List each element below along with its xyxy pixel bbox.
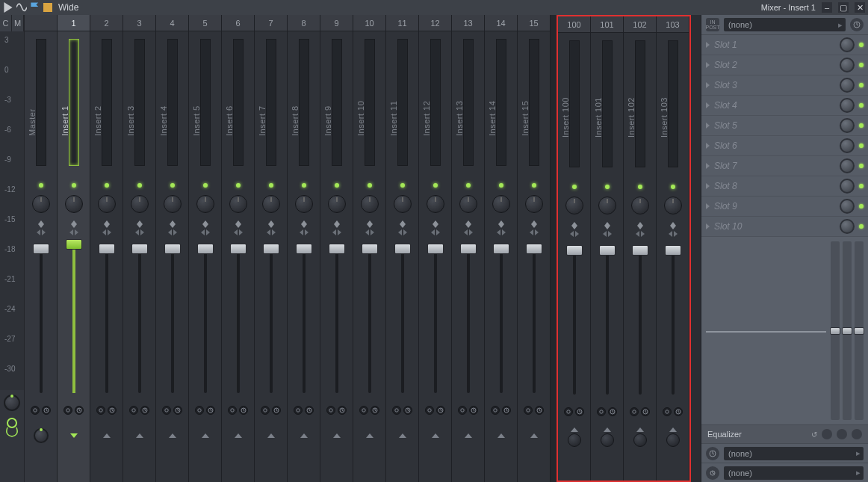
stereo-separation-control[interactable] bbox=[189, 217, 221, 239]
send-level-knob[interactable] bbox=[633, 433, 647, 447]
fx-enable-button[interactable] bbox=[524, 406, 533, 415]
track-name-label[interactable]: Insert 9 bbox=[323, 105, 332, 136]
fx-enable-led[interactable] bbox=[859, 43, 864, 47]
volume-fader[interactable] bbox=[99, 244, 115, 254]
eq-knob-1[interactable] bbox=[822, 429, 832, 439]
mute-led[interactable] bbox=[72, 183, 76, 188]
track-name-label[interactable]: Insert 14 bbox=[488, 101, 497, 136]
stereo-separation-control[interactable] bbox=[25, 217, 57, 239]
fx-enable-button[interactable] bbox=[129, 406, 138, 415]
stereo-separation-control[interactable] bbox=[156, 217, 188, 239]
send-knob[interactable] bbox=[34, 428, 49, 443]
master-track-header[interactable]: M bbox=[12, 15, 24, 31]
fx-enable-button[interactable] bbox=[392, 406, 401, 415]
track-number[interactable]: 10 bbox=[353, 15, 385, 31]
stereo-separation-control[interactable] bbox=[386, 217, 418, 239]
mixer-track[interactable]: 13 Insert 13 bbox=[452, 15, 485, 482]
pan-knob[interactable] bbox=[295, 195, 313, 213]
mute-led[interactable] bbox=[400, 183, 405, 188]
mute-led[interactable] bbox=[39, 183, 43, 188]
stereo-separation-control[interactable] bbox=[90, 217, 123, 239]
volume-fader[interactable] bbox=[665, 245, 681, 256]
track-delay-button[interactable] bbox=[502, 406, 511, 415]
track-delay-button[interactable] bbox=[575, 407, 584, 416]
mixer-track[interactable]: 14 Insert 14 bbox=[485, 15, 518, 482]
fx-enable-button[interactable] bbox=[630, 407, 639, 416]
mixer-track[interactable]: 1 Insert 1 bbox=[58, 15, 90, 482]
pan-knob[interactable] bbox=[598, 197, 616, 214]
volume-fader[interactable] bbox=[263, 244, 279, 254]
fx-slot-row[interactable]: Slot 4 bbox=[701, 96, 868, 116]
fx-enable-led[interactable] bbox=[859, 63, 864, 67]
fx-slot-label[interactable]: Slot 2 bbox=[714, 60, 835, 70]
volume-fader[interactable] bbox=[566, 245, 583, 256]
mute-led[interactable] bbox=[335, 183, 339, 188]
fx-slot-row[interactable]: Slot 5 bbox=[701, 116, 868, 136]
fx-slot-label[interactable]: Slot 3 bbox=[714, 80, 835, 90]
stereo-separation-control[interactable] bbox=[518, 217, 550, 239]
volume-fader[interactable] bbox=[632, 245, 648, 256]
track-delay-button[interactable] bbox=[108, 406, 117, 415]
input-routing-dropdown[interactable]: (none)▸ bbox=[724, 18, 846, 31]
stereo-separation-control[interactable] bbox=[558, 218, 590, 241]
fx-enable-button[interactable] bbox=[491, 406, 500, 415]
volume-fader[interactable] bbox=[230, 244, 247, 254]
track-name-label[interactable]: Insert 6 bbox=[225, 105, 234, 136]
track-number[interactable]: 7 bbox=[255, 15, 287, 31]
fx-mix-knob[interactable] bbox=[840, 78, 855, 93]
track-delay-button[interactable] bbox=[239, 406, 248, 415]
mixer-track[interactable]: 7 Insert 7 bbox=[255, 15, 288, 482]
mixer-track[interactable]: 102 Insert 102 bbox=[624, 16, 657, 481]
fx-slot-row[interactable]: Slot 9 bbox=[701, 197, 868, 217]
track-name-label[interactable]: Insert 1 bbox=[61, 105, 69, 136]
flag-icon[interactable] bbox=[30, 2, 40, 13]
mixer-track[interactable]: 12 Insert 12 bbox=[419, 15, 452, 482]
stereo-separation-control[interactable] bbox=[624, 218, 656, 241]
track-delay-button[interactable] bbox=[608, 407, 617, 416]
track-delay-button[interactable] bbox=[338, 406, 347, 415]
volume-fader[interactable] bbox=[296, 244, 312, 254]
mixer-track[interactable]: 15 Insert 15 bbox=[518, 15, 551, 482]
volume-fader[interactable] bbox=[164, 244, 181, 254]
track-delay-button[interactable] bbox=[305, 406, 314, 415]
mute-led[interactable] bbox=[137, 183, 142, 188]
track-delay-button[interactable] bbox=[173, 406, 182, 415]
mute-led[interactable] bbox=[466, 183, 471, 188]
track-name-label[interactable]: Insert 2 bbox=[93, 105, 102, 136]
mute-led[interactable] bbox=[368, 183, 372, 188]
track-number[interactable]: 103 bbox=[657, 16, 689, 33]
fx-mix-knob[interactable] bbox=[840, 37, 855, 52]
mute-led[interactable] bbox=[638, 185, 642, 189]
fx-mix-knob[interactable] bbox=[840, 158, 855, 173]
pan-knob[interactable] bbox=[565, 197, 583, 214]
output-send-icon[interactable] bbox=[706, 466, 719, 480]
track-number[interactable]: 15 bbox=[518, 15, 550, 31]
fx-slot-label[interactable]: Slot 4 bbox=[714, 100, 835, 111]
fx-slot-label[interactable]: Slot 5 bbox=[714, 120, 835, 131]
track-delay-button[interactable] bbox=[42, 406, 51, 415]
track-name-label[interactable]: Insert 12 bbox=[422, 101, 431, 136]
fx-mix-knob[interactable] bbox=[840, 118, 855, 133]
track-number[interactable]: 1 bbox=[58, 15, 90, 31]
volume-fader[interactable] bbox=[131, 244, 148, 254]
track-name-label[interactable]: Insert 3 bbox=[126, 105, 135, 136]
output-routing-b-dropdown[interactable]: (none)▸ bbox=[724, 466, 864, 480]
fx-slot-label[interactable]: Slot 7 bbox=[714, 161, 835, 171]
fx-mix-knob[interactable] bbox=[840, 58, 855, 72]
track-number[interactable]: 9 bbox=[320, 15, 353, 31]
track-name-label[interactable]: Insert 13 bbox=[455, 101, 464, 136]
mixer-track[interactable]: 10 Insert 10 bbox=[353, 15, 386, 482]
mute-led[interactable] bbox=[532, 183, 536, 188]
fx-slot-row[interactable]: Slot 3 bbox=[701, 75, 868, 96]
track-delay-button[interactable] bbox=[272, 406, 281, 415]
mute-led[interactable] bbox=[302, 183, 306, 188]
pan-knob[interactable] bbox=[361, 195, 379, 213]
mixer-track[interactable]: 6 Insert 6 bbox=[222, 15, 255, 482]
fx-enable-button[interactable] bbox=[228, 406, 237, 415]
input-latency-icon[interactable] bbox=[850, 18, 864, 31]
fx-enable-button[interactable] bbox=[663, 407, 672, 416]
track-number[interactable] bbox=[25, 15, 57, 31]
fx-mix-knob[interactable] bbox=[840, 219, 855, 234]
wave-icon[interactable] bbox=[16, 2, 27, 13]
track-name-label[interactable]: Insert 8 bbox=[291, 105, 300, 136]
